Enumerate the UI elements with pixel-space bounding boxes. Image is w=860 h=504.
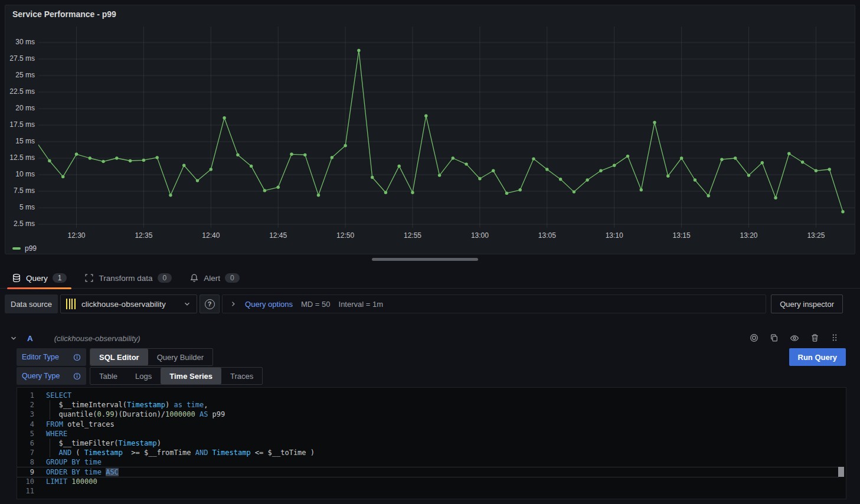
code-token: as (174, 401, 182, 409)
y-tick-label: 10 ms (5, 170, 35, 178)
code-line[interactable]: 3 quantile(0.99)(Duration)/1000000 AS p9… (17, 410, 846, 419)
tab-query[interactable]: Query 1 (6, 268, 73, 288)
timeseries-chart[interactable] (38, 27, 855, 228)
editor-type-option-sql-editor[interactable]: SQL Editor (90, 349, 148, 365)
data-point (694, 178, 696, 181)
code-token: 1000000 (165, 410, 195, 418)
data-point (236, 153, 239, 156)
indent-guide (50, 438, 58, 448)
datasource-bar: Data source clickhouse-observability ? Q… (5, 294, 855, 313)
data-point (666, 175, 669, 178)
data-point (626, 155, 629, 158)
collapse-query-icon[interactable] (9, 334, 18, 342)
query-actions (750, 333, 839, 343)
data-point (115, 156, 118, 159)
drag-handle-icon[interactable] (830, 333, 839, 343)
code-token: AND (58, 449, 71, 457)
code-line[interactable]: 11 (17, 486, 846, 496)
query-options-link[interactable]: Query options (245, 300, 293, 309)
x-tick-label: 12:35 (125, 231, 162, 240)
transform-count-badge: 0 (158, 273, 172, 283)
line-number: 6 (17, 438, 34, 448)
chevron-right-icon[interactable] (230, 300, 237, 307)
code-token: ( (71, 449, 84, 457)
code-line[interactable]: 6 $__timeFilter(Timestamp) (17, 438, 846, 448)
data-point (317, 194, 320, 197)
data-point (102, 160, 104, 163)
line-number: 5 (17, 429, 34, 438)
code-text: FROM otel_traces (46, 420, 115, 429)
query-type-radio-group: TableLogsTime SeriesTraces (90, 367, 263, 385)
datasource-help-button[interactable]: ? (200, 294, 220, 313)
data-point (438, 174, 441, 176)
data-point (586, 178, 588, 181)
datasource-picker[interactable]: clickhouse-observability (60, 294, 197, 313)
query-type-option-time-series[interactable]: Time Series (161, 368, 221, 384)
tab-transform-data[interactable]: Transform data 0 (79, 268, 178, 288)
query-count-badge: 1 (53, 273, 67, 283)
code-text: $__timeFilter(Timestamp) (46, 438, 161, 448)
code-token: Timestamp (212, 449, 251, 457)
line-number: 1 (17, 391, 34, 400)
data-point (653, 121, 656, 124)
data-point (384, 191, 387, 194)
help-icon: ? (205, 299, 215, 309)
code-line[interactable]: 8GROUP BY time (17, 457, 846, 467)
datasource-label: Data source (5, 294, 58, 313)
code-line[interactable]: 5WHERE (17, 429, 846, 438)
panel-title: Service Performance - p99 (12, 9, 116, 19)
datasource-picker-value: clickhouse-observability (81, 300, 166, 309)
bell-icon (189, 273, 199, 283)
info-icon[interactable] (73, 354, 81, 361)
code-token: ) (165, 401, 174, 409)
editor-scrollbar-thumb[interactable] (838, 467, 844, 477)
y-tick-label: 25 ms (5, 71, 35, 79)
x-tick-label: 13:20 (730, 231, 768, 240)
query-type-option-table[interactable]: Table (90, 368, 126, 384)
eye-icon[interactable] (790, 333, 799, 343)
query-inspector-button[interactable]: Query inspector (771, 294, 843, 313)
code-line[interactable]: 4FROM otel_traces (17, 420, 846, 429)
query-type-option-logs[interactable]: Logs (126, 368, 161, 384)
query-options-bar: Query options MD = 50 Interval = 1m (222, 294, 766, 313)
code-token: otel_traces (63, 420, 115, 428)
query-type-option-traces[interactable]: Traces (221, 368, 262, 384)
code-line[interactable]: 9ORDER BY time ASC (17, 467, 846, 477)
y-tick-label: 5 ms (5, 203, 35, 211)
data-point (545, 168, 548, 171)
active-tab-underline (7, 287, 71, 289)
editor-type-option-query-builder[interactable]: Query Builder (148, 349, 212, 365)
code-line[interactable]: 2 $__timeInterval(Timestamp) as time, (17, 400, 846, 410)
code-line[interactable]: 7 AND ( Timestamp >= $__fromTime AND Tim… (17, 448, 846, 457)
sql-code-editor[interactable]: 1SELECT2 $__timeInterval(Timestamp) as t… (17, 387, 846, 499)
horizontal-scrollbar-thumb[interactable] (372, 258, 478, 261)
code-token: 100000 (71, 477, 97, 486)
code-token: ORDER BY time (46, 468, 106, 476)
legend-series-label[interactable]: p99 (25, 244, 37, 253)
tab-alert[interactable]: Alert 0 (184, 268, 245, 288)
code-token: )(Duration)/ (114, 410, 165, 418)
line-number: 9 (17, 467, 34, 477)
duplicate-query-icon[interactable] (770, 333, 779, 343)
query-ref-id[interactable]: A (27, 334, 33, 343)
data-point (75, 153, 78, 156)
x-tick-label: 13:15 (663, 231, 701, 240)
data-point (680, 156, 683, 159)
data-point (505, 192, 508, 195)
run-query-button[interactable]: Run Query (789, 348, 846, 366)
data-point (828, 168, 831, 171)
y-tick-label: 17.5 ms (5, 120, 35, 129)
y-tick-label: 12.5 ms (5, 153, 35, 162)
code-line[interactable]: 10LIMIT 100000 (17, 477, 846, 486)
editor-type-radio-group: SQL EditorQuery Builder (90, 348, 213, 366)
code-line[interactable]: 1SELECT (17, 391, 846, 400)
line-number: 4 (17, 420, 34, 429)
y-tick-label: 27.5 ms (5, 54, 35, 63)
max-data-points-value: MD = 50 (301, 300, 331, 309)
transform-icon (84, 273, 94, 283)
info-icon[interactable] (73, 372, 81, 380)
disable-query-icon[interactable] (750, 333, 758, 343)
query-type-label: Query Type (17, 367, 86, 385)
trash-icon[interactable] (810, 333, 819, 343)
data-point (801, 161, 804, 163)
